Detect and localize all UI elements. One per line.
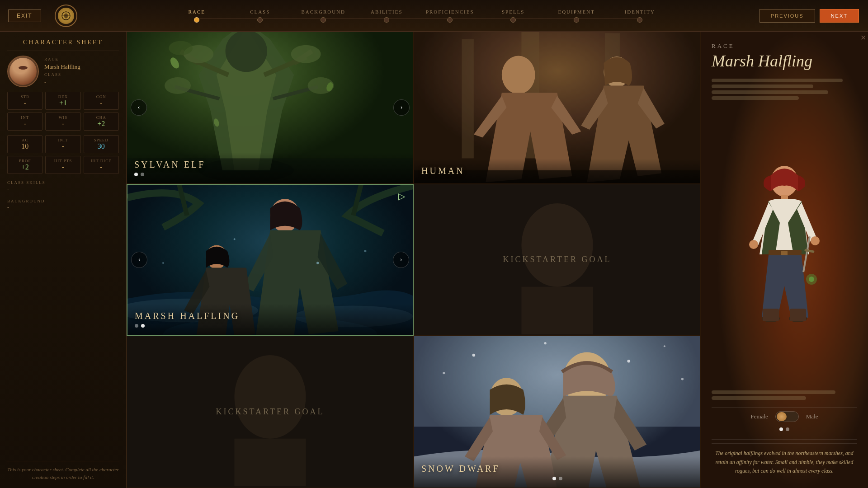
variant-dot[interactable] bbox=[779, 427, 783, 431]
svg-point-59 bbox=[811, 236, 820, 245]
race-card-human[interactable]: HUMAN bbox=[414, 32, 701, 184]
stat-label: CHA bbox=[86, 115, 117, 120]
svg-point-51 bbox=[681, 378, 684, 380]
combat-box-ac: AC10 bbox=[7, 135, 42, 153]
character-sheet-title: Character Sheet bbox=[7, 39, 119, 51]
nav-step-dot bbox=[574, 17, 579, 23]
dot bbox=[141, 324, 145, 328]
svg-point-49 bbox=[664, 346, 665, 347]
nav-step-class[interactable]: CLASS bbox=[228, 9, 292, 23]
blurred-line bbox=[712, 90, 828, 94]
nav-step-dot bbox=[447, 17, 453, 23]
class-skills-section: CLASS SKILLS - bbox=[7, 178, 119, 192]
nav-step-identity[interactable]: IDENTITY bbox=[608, 9, 671, 23]
race-card-marsh-halfling[interactable]: ▷ MARSH HALFLING ‹ › bbox=[127, 184, 414, 336]
main-area: Character Sheet RACE Marsh Halfling CLAS… bbox=[0, 32, 868, 488]
race-grid: SYLVAN ELF ‹ › bbox=[127, 32, 701, 488]
sylvan-elf-overlay: SYLVAN ELF bbox=[127, 152, 413, 183]
race-card-sylvan-elf[interactable]: SYLVAN ELF ‹ › bbox=[127, 32, 414, 184]
nav-step-proficiencies[interactable]: PROFICIENCIES bbox=[418, 9, 481, 23]
race-selection-panel: SYLVAN ELF ‹ › bbox=[127, 32, 701, 488]
snow-dwarf-name: SNOW DWARF bbox=[421, 464, 693, 474]
stat-box-int: INT- bbox=[7, 113, 42, 131]
stat-box-cha: CHA+2 bbox=[84, 113, 119, 131]
variant-dots bbox=[712, 427, 857, 431]
nav-step-background[interactable]: BACKGROUND bbox=[292, 9, 355, 23]
toggle-knob bbox=[777, 412, 787, 421]
kickstarter1-overlay: KICKSTARTER GOAL bbox=[414, 184, 700, 336]
right-panel-content: RACE Marsh Halfling bbox=[701, 32, 868, 488]
next-button[interactable]: NEXT bbox=[820, 9, 859, 23]
combat-value: - bbox=[47, 163, 78, 171]
blurred-line bbox=[712, 96, 799, 100]
nav-step-equipment[interactable]: EQUIPMENT bbox=[545, 9, 608, 23]
svg-point-67 bbox=[809, 277, 814, 282]
combat-value: +2 bbox=[9, 163, 40, 171]
race-card-kickstarter1[interactable]: KICKSTARTER GOAL bbox=[414, 184, 701, 336]
combat-value: - bbox=[47, 142, 78, 150]
race-card-kickstarter2[interactable]: KICKSTARTER GOAL bbox=[127, 336, 414, 488]
snow-dwarf-dots bbox=[421, 477, 693, 480]
kickstarter2-name: KICKSTARTER GOAL bbox=[216, 407, 325, 417]
sylvan-elf-prev-arrow[interactable]: ‹ bbox=[131, 99, 147, 116]
background-label: BACKGROUND bbox=[7, 199, 119, 203]
nav-step-label: BACKGROUND bbox=[301, 9, 345, 14]
divider bbox=[712, 407, 857, 408]
nav-step-spells[interactable]: SPELLS bbox=[481, 9, 545, 23]
kickstarter2-overlay: KICKSTARTER GOAL bbox=[127, 336, 413, 488]
class-value: - bbox=[44, 79, 80, 86]
svg-point-33 bbox=[162, 262, 164, 264]
svg-rect-63 bbox=[790, 309, 806, 321]
character-portrait bbox=[7, 56, 39, 87]
svg-point-31 bbox=[234, 238, 236, 240]
svg-point-9 bbox=[169, 41, 193, 56]
nav-step-abilities[interactable]: ABILITIES bbox=[355, 9, 418, 23]
divider2 bbox=[712, 439, 857, 440]
nav-step-race[interactable]: RACE bbox=[165, 9, 228, 23]
dot bbox=[559, 477, 562, 480]
exit-button[interactable]: EXIT bbox=[8, 9, 41, 22]
dot bbox=[135, 324, 138, 328]
previous-button[interactable]: PREVIOUS bbox=[760, 9, 815, 23]
svg-point-32 bbox=[364, 250, 366, 252]
top-nav: EXIT RACECLASSBACKGROUNDABILITIESPROFICI… bbox=[0, 0, 868, 32]
combat-label: HIT DICE bbox=[86, 159, 117, 163]
race-card-snow-dwarf[interactable]: SNOW DWARF bbox=[414, 336, 701, 488]
background-section: BACKGROUND - bbox=[7, 197, 119, 211]
nav-step-dot bbox=[510, 17, 516, 23]
nav-step-dot bbox=[321, 17, 326, 23]
marsh-halfling-next-arrow[interactable]: › bbox=[393, 252, 409, 268]
marsh-halfling-name: MARSH HALFLING bbox=[135, 311, 406, 321]
race-description: The original halflings evolved in the no… bbox=[712, 443, 857, 481]
stat-box-con: CON- bbox=[84, 92, 119, 110]
character-sheet-panel: Character Sheet RACE Marsh Halfling CLAS… bbox=[0, 32, 127, 488]
combat-box-hit-dice: HIT DICE- bbox=[84, 156, 119, 174]
human-name: HUMAN bbox=[421, 166, 693, 176]
variant-dot[interactable] bbox=[786, 427, 789, 431]
marsh-halfling-prev-arrow[interactable]: ‹ bbox=[131, 252, 147, 268]
svg-point-6 bbox=[226, 32, 267, 72]
stat-value: +1 bbox=[47, 99, 78, 107]
kickstarter1-name: KICKSTARTER GOAL bbox=[503, 255, 612, 264]
svg-point-47 bbox=[544, 342, 546, 344]
gender-toggle[interactable] bbox=[775, 411, 799, 422]
svg-rect-61 bbox=[763, 309, 779, 321]
sylvan-elf-next-arrow[interactable]: › bbox=[393, 99, 410, 116]
race-detail-panel: ✕ RACE Marsh Halfling bbox=[701, 32, 868, 488]
selected-indicator: ▷ bbox=[395, 189, 408, 203]
svg-point-8 bbox=[291, 45, 321, 63]
nav-step-label: CLASS bbox=[250, 9, 270, 14]
race-icon-symbol bbox=[58, 8, 74, 24]
race-value: Marsh Halfling bbox=[44, 63, 80, 70]
right-race-label: RACE bbox=[712, 42, 857, 50]
gender-male-label: Male bbox=[806, 413, 818, 420]
stat-value: +2 bbox=[86, 120, 117, 128]
dot bbox=[134, 173, 138, 176]
stat-box-str: STR- bbox=[7, 92, 42, 110]
combat-label: SPEED bbox=[86, 138, 117, 142]
nav-steps: RACECLASSBACKGROUNDABILITIESPROFICIENCIE… bbox=[77, 9, 760, 23]
combat-label: AC bbox=[9, 138, 40, 142]
svg-point-10 bbox=[165, 77, 191, 94]
svg-point-48 bbox=[627, 360, 630, 363]
stat-label: WIS bbox=[47, 115, 78, 120]
